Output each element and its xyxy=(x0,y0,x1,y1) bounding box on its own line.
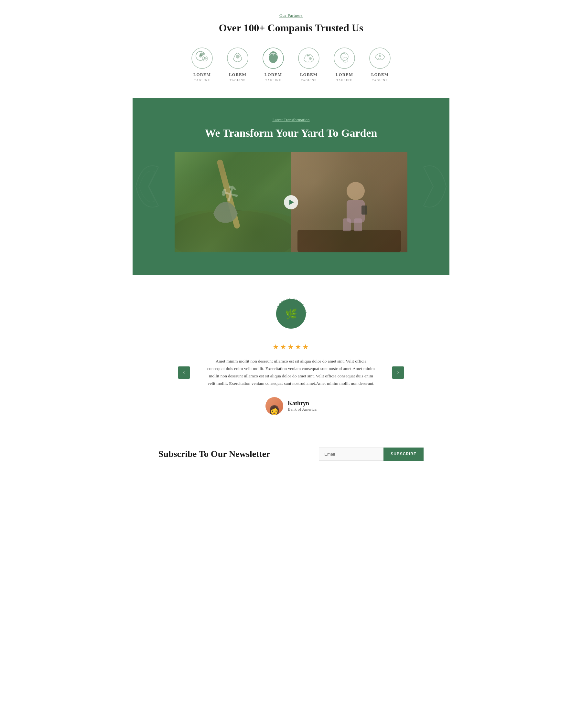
child-gardening-illustration xyxy=(291,152,407,252)
image-divider-container xyxy=(291,152,407,252)
badge-inner-circle: 🌿 xyxy=(276,299,306,329)
author-avatar xyxy=(265,397,283,415)
author-company: Bank of America xyxy=(288,407,317,412)
svg-point-5 xyxy=(236,55,239,58)
partner-tagline-2: TAGLINE xyxy=(230,79,246,82)
partner-name-6: LOREM xyxy=(371,72,389,77)
partner-tagline-6: TAGLINE xyxy=(372,79,388,82)
svg-point-0 xyxy=(192,48,212,69)
newsletter-section: Subscribe To Our Newsletter SUBSCRIBE xyxy=(132,428,450,480)
partner-logo-6: LOREM TAGLINE xyxy=(369,47,391,82)
leaf-decoration-right xyxy=(411,154,450,219)
partner-tagline-1: TAGLINE xyxy=(194,79,210,82)
svg-rect-25 xyxy=(361,206,367,214)
partner-tagline-4: TAGLINE xyxy=(301,79,317,82)
next-testimonial-button[interactable]: › xyxy=(392,366,404,379)
svg-point-21 xyxy=(347,182,365,200)
transform-label: Latest Transformation xyxy=(132,117,450,123)
partner-logo-2: LOREM TAGLINE xyxy=(226,47,249,82)
leaf-decoration-left xyxy=(132,154,171,219)
partner-name-1: LOREM xyxy=(193,72,211,77)
newsletter-title: Subscribe To Our Newsletter xyxy=(158,449,270,459)
testimonial-section: DISCOVER OUR GARDEN • EXPLORE & SINCE 19… xyxy=(132,275,450,428)
partner-name-4: LOREM xyxy=(300,72,318,77)
email-input[interactable] xyxy=(319,447,383,461)
prev-testimonial-button[interactable]: ‹ xyxy=(178,366,190,379)
partner-icon-4 xyxy=(298,47,320,70)
svg-rect-23 xyxy=(343,218,351,231)
partner-icon-2 xyxy=(226,47,249,70)
transform-title: We Transform Your Yard To Garden xyxy=(132,127,450,139)
partner-logo-3: LOREM TAGLINE xyxy=(262,47,284,82)
testimonial-wrapper: ‹ Amet minim mollit non deserunt ullamco… xyxy=(200,358,382,387)
partners-title: Over 100+ Companis Trusted Us xyxy=(152,22,430,34)
author-info: Kathryn Bank of America xyxy=(288,400,317,412)
testimonial-stars: ★★★★★ xyxy=(139,343,443,351)
partner-icon-1 xyxy=(191,47,213,70)
partner-name-2: LOREM xyxy=(229,72,246,77)
shovel-illustration xyxy=(175,152,291,252)
partner-icon-5 xyxy=(333,47,356,70)
partner-tagline-5: TAGLINE xyxy=(336,79,352,82)
transform-section: Latest Transformation We Transform Your … xyxy=(132,98,450,275)
subscribe-button[interactable]: SUBSCRIBE xyxy=(383,447,424,461)
partner-tagline-3: TAGLINE xyxy=(265,79,281,82)
svg-point-9 xyxy=(309,57,312,60)
garden-after-image xyxy=(291,152,407,252)
testimonial-author: Kathryn Bank of America xyxy=(139,397,443,415)
partner-logo-5: LOREM TAGLINE xyxy=(333,47,356,82)
partner-logo-1: LOREM TAGLINE xyxy=(191,47,213,82)
svg-rect-20 xyxy=(298,230,401,252)
svg-point-13 xyxy=(370,48,390,69)
partners-section: Our Partners Over 100+ Companis Trusted … xyxy=(132,0,450,98)
garden-badge: DISCOVER OUR GARDEN • EXPLORE & SINCE 19… xyxy=(272,294,310,333)
partner-logo-4: LOREM TAGLINE xyxy=(298,47,320,82)
partners-logos-container: LOREM TAGLINE LOREM TAGLINE LOREM TAGLIN xyxy=(152,47,430,82)
play-button[interactable] xyxy=(284,195,298,209)
svg-point-2 xyxy=(199,54,202,57)
partners-label: Our Partners xyxy=(152,13,430,18)
svg-point-12 xyxy=(343,57,348,62)
newsletter-form: SUBSCRIBE xyxy=(319,447,424,461)
testimonial-text: Amet minim mollit non deserunt ullamco e… xyxy=(207,358,375,387)
garden-before-image xyxy=(175,152,291,252)
partner-icon-6 xyxy=(369,47,391,70)
author-name: Kathryn xyxy=(288,400,317,407)
svg-point-10 xyxy=(334,48,355,69)
badge-leaf-icon: 🌿 xyxy=(285,308,297,319)
svg-point-8 xyxy=(299,48,319,69)
transform-images-container xyxy=(175,152,407,252)
partner-name-3: LOREM xyxy=(264,72,282,77)
partner-icon-3 xyxy=(262,47,284,70)
svg-rect-24 xyxy=(354,218,362,231)
partner-name-5: LOREM xyxy=(336,72,353,77)
